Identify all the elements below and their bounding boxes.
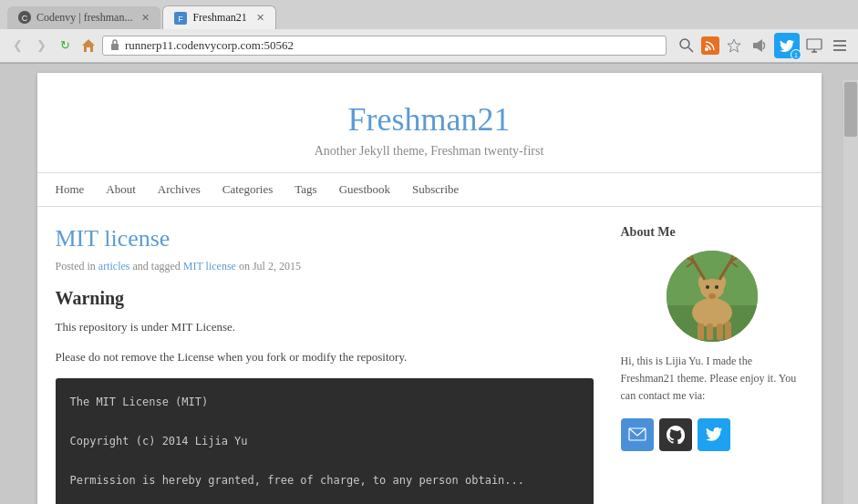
nav-archives[interactable]: Archives	[158, 173, 201, 206]
site-subtitle: Another Jekyll theme, Freshman twenty-fi…	[56, 144, 803, 159]
nav-home[interactable]: Home	[56, 173, 85, 206]
warning-text2: Please do not remove the License when yo…	[56, 348, 594, 367]
svg-point-23	[708, 293, 716, 299]
svg-rect-36	[698, 324, 704, 340]
twitter-social-button[interactable]	[698, 418, 730, 451]
code-line5: Permission is hereby granted, free of ch…	[70, 471, 579, 491]
avatar	[667, 251, 758, 342]
svg-point-5	[680, 39, 689, 48]
svg-rect-4	[111, 44, 119, 50]
email-button[interactable]	[621, 418, 654, 451]
warning-text1: This repository is under MIT License.	[56, 318, 594, 337]
scrollbar-thumb[interactable]	[844, 82, 857, 137]
tab-codenvy-close[interactable]: ✕	[141, 12, 150, 24]
mit-license-link[interactable]: MIT license	[183, 260, 236, 273]
svg-marker-10	[757, 39, 762, 52]
tagged-text: and tagged	[133, 260, 181, 273]
svg-rect-39	[725, 322, 731, 340]
tab-codenvy-label: Codenvy | freshman...	[36, 11, 132, 25]
site-nav: Home About Archives Categories Tags Gues…	[37, 173, 822, 207]
tab-codenvy[interactable]: C Codenvy | freshman... ✕	[7, 6, 160, 29]
menu-icon[interactable]	[829, 35, 851, 57]
site-header: Freshman21 Another Jekyll theme, Freshma…	[37, 73, 822, 173]
svg-text:C: C	[22, 14, 28, 23]
code-block: The MIT License (MIT) Copyright (c) 2014…	[56, 378, 594, 504]
post-meta: Posted in articles and tagged MIT licens…	[56, 260, 594, 273]
nav-about[interactable]: About	[106, 173, 136, 206]
page-wrapper: Freshman21 Another Jekyll theme, Freshma…	[0, 64, 858, 504]
tab-freshman-close[interactable]: ✕	[256, 12, 264, 24]
code-line4	[70, 451, 579, 471]
twitter-nav-icon[interactable]: 1	[774, 33, 800, 58]
sidebar: About Me	[621, 225, 803, 504]
social-icons	[621, 418, 803, 451]
back-button[interactable]: ❮	[7, 36, 27, 56]
svg-marker-8	[728, 39, 740, 52]
nav-guestbook[interactable]: Guestbook	[339, 173, 390, 206]
codenvy-favicon: C	[18, 11, 31, 24]
date-text: on Jul 2, 2015	[239, 260, 301, 273]
address-icon	[110, 39, 119, 52]
freshman-favicon: F	[174, 12, 187, 25]
articles-link[interactable]: articles	[98, 260, 130, 273]
svg-rect-9	[753, 43, 757, 48]
svg-line-6	[688, 47, 693, 52]
scrollbar[interactable]	[843, 80, 858, 504]
page-content: Freshman21 Another Jekyll theme, Freshma…	[37, 73, 822, 504]
svg-point-34	[706, 285, 709, 289]
star-icon[interactable]	[723, 35, 745, 57]
address-text: runnerp11.codenvycorp.com:50562	[125, 38, 294, 53]
rss-icon[interactable]	[701, 36, 719, 55]
about-me-title: About Me	[621, 225, 803, 240]
home-button[interactable]	[78, 36, 98, 56]
tab-freshman[interactable]: F Freshman21 ✕	[162, 5, 275, 29]
forward-button[interactable]: ❯	[31, 36, 51, 56]
svg-rect-38	[717, 324, 723, 340]
site-title: Freshman21	[56, 100, 803, 139]
svg-point-35	[715, 285, 718, 289]
new-tab-button[interactable]	[278, 6, 305, 28]
search-icon[interactable]	[676, 35, 698, 57]
code-line2	[70, 412, 579, 432]
posted-in-text: Posted in	[56, 260, 96, 273]
monitor-icon[interactable]	[803, 35, 825, 57]
navigation-bar: ❮ ❯ ↻ runnerp11.codenvycorp.com:50562	[0, 29, 858, 63]
post-title[interactable]: MIT license	[56, 225, 594, 252]
svg-rect-12	[807, 39, 822, 49]
about-text: Hi, this is Lijia Yu. I made the Freshma…	[621, 353, 803, 406]
nav-icons: 1	[676, 33, 851, 58]
code-line1: The MIT License (MIT)	[70, 393, 579, 413]
tab-freshman-label: Freshman21	[192, 11, 246, 25]
svg-text:F: F	[179, 15, 184, 24]
nav-tags[interactable]: Tags	[295, 173, 316, 206]
address-bar[interactable]: runnerp11.codenvycorp.com:50562	[102, 36, 667, 56]
tab-bar: C Codenvy | freshman... ✕ F Freshman21 ✕	[0, 0, 858, 29]
svg-rect-37	[707, 324, 713, 340]
page-body: MIT license Posted in articles and tagge…	[37, 207, 822, 504]
github-button[interactable]	[659, 418, 692, 451]
svg-text:1: 1	[794, 52, 798, 58]
nav-categories[interactable]: Categories	[222, 173, 274, 206]
main-content: MIT license Posted in articles and tagge…	[56, 225, 594, 504]
speaker-icon[interactable]	[749, 35, 770, 57]
code-line3: Copyright (c) 2014 Lijia Yu	[70, 432, 579, 452]
svg-point-7	[705, 47, 708, 51]
warning-heading: Warning	[56, 288, 594, 309]
refresh-button[interactable]: ↻	[55, 36, 75, 56]
nav-subscribe[interactable]: Subscribe	[412, 173, 459, 206]
